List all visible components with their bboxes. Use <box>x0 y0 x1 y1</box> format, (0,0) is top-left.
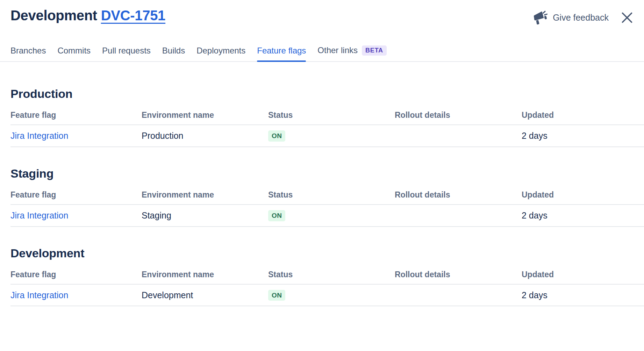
table-row: Jira Integration Production ON 2 days <box>10 125 644 147</box>
column-header-rollout-details: Rollout details <box>395 106 522 125</box>
updated-cell: 2 days <box>522 284 644 306</box>
rollout-details-cell <box>395 205 522 227</box>
tab-label: Deployments <box>196 46 245 56</box>
column-header-updated: Updated <box>522 186 644 205</box>
feature-flag-link[interactable]: Jira Integration <box>10 210 68 220</box>
table-header-row: Feature flag Environment name Status Rol… <box>10 106 644 125</box>
column-header-feature-flag: Feature flag <box>10 186 142 205</box>
column-header-environment-name: Environment name <box>142 106 268 125</box>
page-title: Development DVC-1751 <box>10 8 165 23</box>
panel-header: Development DVC-1751 Give feedback <box>0 0 644 24</box>
table-header-row: Feature flag Environment name Status Rol… <box>10 186 644 205</box>
section-heading: Staging <box>10 167 644 180</box>
column-header-updated: Updated <box>522 106 644 125</box>
table-row: Jira Integration Staging ON 2 days <box>10 205 644 227</box>
issue-key-link[interactable]: DVC-1751 <box>101 8 165 23</box>
updated-cell: 2 days <box>522 205 644 227</box>
tab-feature-flags[interactable]: Feature flags <box>257 46 306 61</box>
column-header-environment-name: Environment name <box>142 266 268 284</box>
tab-builds[interactable]: Builds <box>162 46 185 61</box>
tab-other-links[interactable]: Other links BETA <box>317 45 387 61</box>
page-title-text: Development <box>10 8 97 23</box>
beta-badge: BETA <box>362 45 387 56</box>
column-header-rollout-details: Rollout details <box>395 266 522 284</box>
feature-flag-table: Feature flag Environment name Status Rol… <box>10 106 644 147</box>
give-feedback-label: Give feedback <box>553 13 609 23</box>
environment-name-cell: Production <box>142 125 268 147</box>
section-development: Development Feature flag Environment nam… <box>10 246 644 307</box>
feature-flag-link[interactable]: Jira Integration <box>10 290 68 300</box>
status-badge: ON <box>268 130 285 142</box>
feature-flag-table: Feature flag Environment name Status Rol… <box>10 186 644 227</box>
dev-panel-tabs: Branches Commits Pull requests Builds De… <box>0 45 644 62</box>
tab-deployments[interactable]: Deployments <box>196 46 245 61</box>
tab-label: Pull requests <box>102 46 151 56</box>
column-header-rollout-details: Rollout details <box>395 186 522 205</box>
header-actions: Give feedback <box>532 10 634 24</box>
tab-label: Feature flags <box>257 46 306 56</box>
table-header-row: Feature flag Environment name Status Rol… <box>10 266 644 284</box>
column-header-updated: Updated <box>522 266 644 284</box>
column-header-feature-flag: Feature flag <box>10 106 142 125</box>
tab-commits[interactable]: Commits <box>57 46 91 61</box>
status-badge: ON <box>268 290 285 301</box>
close-icon <box>621 11 634 24</box>
feature-flag-link[interactable]: Jira Integration <box>10 131 68 141</box>
column-header-status: Status <box>268 106 395 125</box>
feature-flag-table: Feature flag Environment name Status Rol… <box>10 266 644 307</box>
tab-label: Other links <box>317 45 358 55</box>
section-heading: Development <box>10 246 644 260</box>
section-heading: Production <box>10 87 644 101</box>
environment-name-cell: Development <box>142 284 268 306</box>
column-header-feature-flag: Feature flag <box>10 266 142 284</box>
status-badge: ON <box>268 210 285 221</box>
tab-branches[interactable]: Branches <box>10 46 46 61</box>
tab-label: Commits <box>57 46 91 56</box>
tab-label: Branches <box>10 46 46 56</box>
table-row: Jira Integration Development ON 2 days <box>10 284 644 306</box>
column-header-status: Status <box>268 266 395 284</box>
give-feedback-button[interactable]: Give feedback <box>532 10 609 24</box>
feature-flags-content: Production Feature flag Environment name… <box>0 87 644 307</box>
close-button[interactable] <box>621 11 634 24</box>
column-header-environment-name: Environment name <box>142 186 268 205</box>
updated-cell: 2 days <box>522 125 644 147</box>
tab-pull-requests[interactable]: Pull requests <box>102 46 151 61</box>
rollout-details-cell <box>395 284 522 306</box>
tab-label: Builds <box>162 46 185 56</box>
column-header-status: Status <box>268 186 395 205</box>
megaphone-icon <box>532 10 548 24</box>
rollout-details-cell <box>395 125 522 147</box>
environment-name-cell: Staging <box>142 205 268 227</box>
section-production: Production Feature flag Environment name… <box>10 87 644 147</box>
section-staging: Staging Feature flag Environment name St… <box>10 167 644 227</box>
